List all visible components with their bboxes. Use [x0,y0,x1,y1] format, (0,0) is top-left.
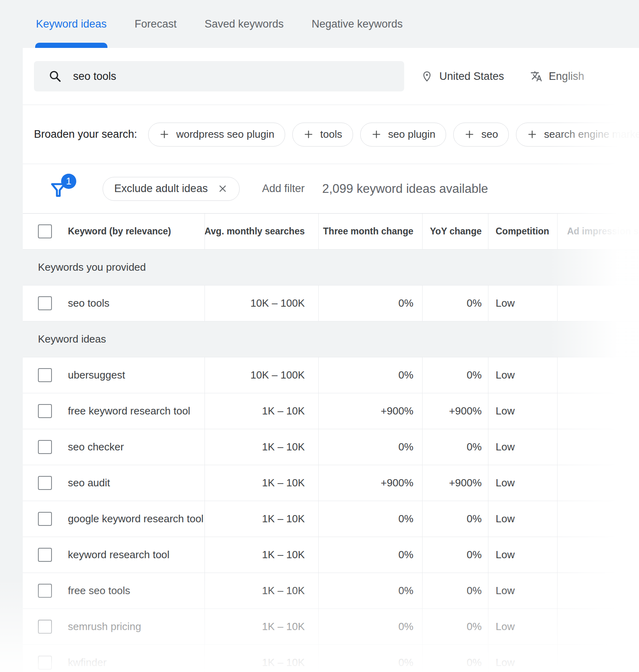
tab-label: Keyword ideas [36,18,107,30]
plus-icon [371,129,382,140]
chip-label: search engine marketing [544,128,639,141]
translate-icon [530,70,542,82]
competition-column-header[interactable]: Competition [488,214,557,249]
plus-icon [527,129,538,140]
table-row: free seo tools1K – 10K0%0%Low [23,573,639,609]
broaden-chip-seo[interactable]: seo [453,123,509,147]
yoy-change-column-header[interactable]: YoY change [422,214,488,249]
keyword-text: seo tools [68,297,109,309]
table-section-header: Keywords you provided [23,249,639,285]
avg-monthly-searches-cell: 1K – 10K [204,573,318,609]
keyword-cell: seo audit [23,465,204,501]
keyword-column-header[interactable]: Keyword (by relevance) [23,214,204,249]
tab-bar: Keyword ideas Forecast Saved keywords Ne… [0,0,639,48]
avg-monthly-searches-column-header[interactable]: Avg. monthly searches [204,214,318,249]
ad-impression-share-cell [557,501,639,537]
broaden-chip-tools[interactable]: tools [292,123,353,147]
ad-impression-share-cell [557,285,639,321]
location-selector[interactable]: United States [421,70,504,83]
chip-label: seo [481,128,498,141]
plus-icon [303,129,314,140]
row-checkbox[interactable] [38,584,52,598]
plus-icon [159,129,170,140]
broaden-search-row: Broaden your search: wordpress seo plugi… [23,105,639,164]
competition-cell: Low [488,285,557,321]
three-month-change-cell: 0% [318,573,422,609]
three-month-change-cell: 0% [318,537,422,573]
row-checkbox[interactable] [38,548,52,562]
search-query: seo tools [73,70,116,83]
ad-impression-share-column-header[interactable]: Ad impression share [557,214,639,249]
avg-monthly-searches-cell: 10K – 100K [204,357,318,393]
row-checkbox[interactable] [38,404,52,418]
row-checkbox[interactable] [38,512,52,526]
competition-cell: Low [488,429,557,465]
row-checkbox[interactable] [38,296,52,310]
search-input[interactable]: seo tools [34,61,404,91]
row-checkbox[interactable] [38,476,52,490]
ad-impression-share-cell [557,357,639,393]
ad-impression-share-cell [557,573,639,609]
location-label: United States [439,70,504,83]
competition-cell: Low [488,573,557,609]
three-month-change-column-header[interactable]: Three month change [318,214,422,249]
tab-label: Saved keywords [204,18,284,30]
avg-monthly-searches-cell: 1K – 10K [204,501,318,537]
broaden-chip-seo-plugin[interactable]: seo plugin [360,123,447,147]
keyword-text: semrush pricing [68,620,141,633]
row-checkbox[interactable] [38,368,52,382]
tab-saved-keywords[interactable]: Saved keywords [204,0,284,48]
language-label: English [549,70,584,83]
add-filter-button[interactable]: Add filter [262,182,305,195]
active-filter-chip[interactable]: Exclude adult ideas [103,177,240,201]
chip-label: tools [320,128,342,141]
column-label: Keyword (by relevance) [68,226,171,237]
avg-monthly-searches-cell: 10K – 100K [204,285,318,321]
three-month-change-cell: +900% [318,465,422,501]
filter-row: 1 Exclude adult ideas Add filter 2,099 k… [23,164,639,213]
search-row: seo tools United States English [23,48,639,105]
table-row: seo audit1K – 10K+900%+900%Low [23,465,639,501]
table-row: kwfinder1K – 10K0%0%Low [23,644,639,672]
table-row: semrush pricing1K – 10K0%0%Low [23,609,639,644]
tab-forecast[interactable]: Forecast [135,0,177,48]
keyword-text: seo audit [68,477,110,489]
select-all-checkbox[interactable] [38,224,52,238]
broaden-chip-wordpress-seo-plugin[interactable]: wordpress seo plugin [148,123,285,147]
keyword-cell: keyword research tool [23,537,204,573]
keyword-cell: free keyword research tool [23,393,204,429]
row-checkbox[interactable] [38,620,52,634]
yoy-change-cell: +900% [422,465,488,501]
three-month-change-cell: 0% [318,357,422,393]
keyword-cell: semrush pricing [23,609,204,644]
yoy-change-cell: +900% [422,393,488,429]
three-month-change-cell: 0% [318,645,422,672]
competition-cell: Low [488,501,557,537]
yoy-change-cell: 0% [422,501,488,537]
table-body: Keywords you providedseo tools10K – 100K… [23,249,639,672]
yoy-change-cell: 0% [422,573,488,609]
table-header-row: Keyword (by relevance) Avg. monthly sear… [23,213,639,249]
three-month-change-cell: 0% [318,501,422,537]
ad-impression-share-cell [557,537,639,573]
keyword-cell: kwfinder [23,645,204,672]
tab-negative-keywords[interactable]: Negative keywords [312,0,403,48]
chip-label: wordpress seo plugin [176,128,274,141]
broaden-chip-search-engine-marketing[interactable]: search engine marketing [516,123,639,147]
avg-monthly-searches-cell: 1K – 10K [204,393,318,429]
results-summary: 2,099 keyword ideas available [322,182,488,196]
avg-monthly-searches-cell: 1K – 10K [204,429,318,465]
row-checkbox[interactable] [38,440,52,454]
close-icon[interactable] [217,183,228,194]
keyword-text: seo checker [68,441,124,453]
tab-keyword-ideas[interactable]: Keyword ideas [36,0,107,48]
table-section-header: Keyword ideas [23,321,639,357]
filter-button[interactable]: 1 [49,179,69,199]
competition-cell: Low [488,393,557,429]
language-selector[interactable]: English [530,70,584,83]
yoy-change-cell: 0% [422,285,488,321]
table-row: seo tools10K – 100K0%0%Low [23,285,639,321]
row-checkbox[interactable] [38,656,52,670]
filter-count-badge: 1 [61,174,76,189]
keyword-text: free seo tools [68,585,130,597]
